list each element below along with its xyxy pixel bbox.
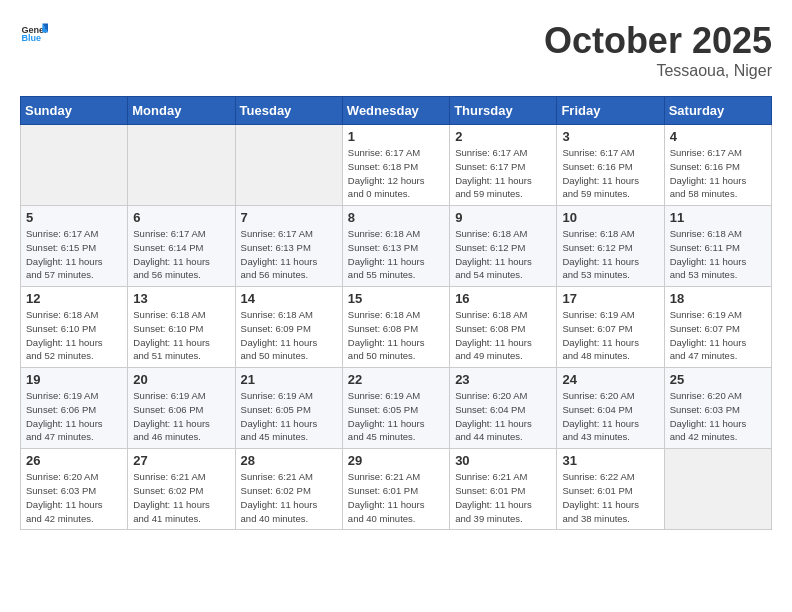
calendar-cell: 21Sunrise: 6:19 AM Sunset: 6:05 PM Dayli… — [235, 368, 342, 449]
day-number: 28 — [241, 453, 337, 468]
day-number: 6 — [133, 210, 229, 225]
day-number: 4 — [670, 129, 766, 144]
day-number: 20 — [133, 372, 229, 387]
day-info: Sunrise: 6:19 AM Sunset: 6:07 PM Dayligh… — [670, 308, 766, 363]
calendar-cell: 15Sunrise: 6:18 AM Sunset: 6:08 PM Dayli… — [342, 287, 449, 368]
logo: General Blue — [20, 20, 48, 48]
calendar-cell — [21, 125, 128, 206]
calendar-week: 12Sunrise: 6:18 AM Sunset: 6:10 PM Dayli… — [21, 287, 772, 368]
day-info: Sunrise: 6:20 AM Sunset: 6:03 PM Dayligh… — [26, 470, 122, 525]
calendar-cell — [128, 125, 235, 206]
title-block: October 2025 Tessaoua, Niger — [544, 20, 772, 80]
calendar-week: 5Sunrise: 6:17 AM Sunset: 6:15 PM Daylig… — [21, 206, 772, 287]
header-day: Sunday — [21, 97, 128, 125]
calendar-cell: 18Sunrise: 6:19 AM Sunset: 6:07 PM Dayli… — [664, 287, 771, 368]
calendar-cell: 30Sunrise: 6:21 AM Sunset: 6:01 PM Dayli… — [450, 449, 557, 530]
day-info: Sunrise: 6:18 AM Sunset: 6:12 PM Dayligh… — [455, 227, 551, 282]
calendar-cell: 17Sunrise: 6:19 AM Sunset: 6:07 PM Dayli… — [557, 287, 664, 368]
calendar-cell: 23Sunrise: 6:20 AM Sunset: 6:04 PM Dayli… — [450, 368, 557, 449]
day-info: Sunrise: 6:21 AM Sunset: 6:01 PM Dayligh… — [348, 470, 444, 525]
day-number: 17 — [562, 291, 658, 306]
page-header: General Blue October 2025 Tessaoua, Nige… — [20, 20, 772, 80]
day-info: Sunrise: 6:19 AM Sunset: 6:06 PM Dayligh… — [133, 389, 229, 444]
day-info: Sunrise: 6:21 AM Sunset: 6:02 PM Dayligh… — [133, 470, 229, 525]
day-number: 27 — [133, 453, 229, 468]
header-day: Thursday — [450, 97, 557, 125]
day-number: 31 — [562, 453, 658, 468]
calendar-week: 26Sunrise: 6:20 AM Sunset: 6:03 PM Dayli… — [21, 449, 772, 530]
calendar-table: SundayMondayTuesdayWednesdayThursdayFrid… — [20, 96, 772, 530]
day-info: Sunrise: 6:19 AM Sunset: 6:05 PM Dayligh… — [348, 389, 444, 444]
day-info: Sunrise: 6:18 AM Sunset: 6:12 PM Dayligh… — [562, 227, 658, 282]
day-info: Sunrise: 6:20 AM Sunset: 6:03 PM Dayligh… — [670, 389, 766, 444]
day-info: Sunrise: 6:17 AM Sunset: 6:16 PM Dayligh… — [562, 146, 658, 201]
day-info: Sunrise: 6:18 AM Sunset: 6:09 PM Dayligh… — [241, 308, 337, 363]
calendar-cell: 4Sunrise: 6:17 AM Sunset: 6:16 PM Daylig… — [664, 125, 771, 206]
calendar-cell — [235, 125, 342, 206]
day-number: 22 — [348, 372, 444, 387]
calendar-cell: 12Sunrise: 6:18 AM Sunset: 6:10 PM Dayli… — [21, 287, 128, 368]
day-info: Sunrise: 6:20 AM Sunset: 6:04 PM Dayligh… — [455, 389, 551, 444]
day-number: 1 — [348, 129, 444, 144]
calendar-cell: 13Sunrise: 6:18 AM Sunset: 6:10 PM Dayli… — [128, 287, 235, 368]
location: Tessaoua, Niger — [544, 62, 772, 80]
calendar-cell: 28Sunrise: 6:21 AM Sunset: 6:02 PM Dayli… — [235, 449, 342, 530]
calendar-cell: 27Sunrise: 6:21 AM Sunset: 6:02 PM Dayli… — [128, 449, 235, 530]
day-number: 3 — [562, 129, 658, 144]
day-info: Sunrise: 6:19 AM Sunset: 6:05 PM Dayligh… — [241, 389, 337, 444]
calendar-cell: 10Sunrise: 6:18 AM Sunset: 6:12 PM Dayli… — [557, 206, 664, 287]
day-number: 2 — [455, 129, 551, 144]
day-info: Sunrise: 6:20 AM Sunset: 6:04 PM Dayligh… — [562, 389, 658, 444]
calendar-cell: 3Sunrise: 6:17 AM Sunset: 6:16 PM Daylig… — [557, 125, 664, 206]
day-info: Sunrise: 6:17 AM Sunset: 6:18 PM Dayligh… — [348, 146, 444, 201]
day-number: 14 — [241, 291, 337, 306]
day-number: 18 — [670, 291, 766, 306]
day-info: Sunrise: 6:17 AM Sunset: 6:16 PM Dayligh… — [670, 146, 766, 201]
day-number: 13 — [133, 291, 229, 306]
day-info: Sunrise: 6:21 AM Sunset: 6:01 PM Dayligh… — [455, 470, 551, 525]
day-number: 30 — [455, 453, 551, 468]
calendar-cell: 1Sunrise: 6:17 AM Sunset: 6:18 PM Daylig… — [342, 125, 449, 206]
calendar-header: SundayMondayTuesdayWednesdayThursdayFrid… — [21, 97, 772, 125]
day-info: Sunrise: 6:18 AM Sunset: 6:11 PM Dayligh… — [670, 227, 766, 282]
day-info: Sunrise: 6:19 AM Sunset: 6:06 PM Dayligh… — [26, 389, 122, 444]
calendar-cell: 5Sunrise: 6:17 AM Sunset: 6:15 PM Daylig… — [21, 206, 128, 287]
day-info: Sunrise: 6:18 AM Sunset: 6:13 PM Dayligh… — [348, 227, 444, 282]
logo-icon: General Blue — [20, 20, 48, 48]
calendar-cell: 25Sunrise: 6:20 AM Sunset: 6:03 PM Dayli… — [664, 368, 771, 449]
day-info: Sunrise: 6:19 AM Sunset: 6:07 PM Dayligh… — [562, 308, 658, 363]
day-info: Sunrise: 6:18 AM Sunset: 6:10 PM Dayligh… — [26, 308, 122, 363]
day-info: Sunrise: 6:22 AM Sunset: 6:01 PM Dayligh… — [562, 470, 658, 525]
day-number: 26 — [26, 453, 122, 468]
calendar-cell: 16Sunrise: 6:18 AM Sunset: 6:08 PM Dayli… — [450, 287, 557, 368]
calendar-week: 1Sunrise: 6:17 AM Sunset: 6:18 PM Daylig… — [21, 125, 772, 206]
calendar-cell: 6Sunrise: 6:17 AM Sunset: 6:14 PM Daylig… — [128, 206, 235, 287]
calendar-cell: 31Sunrise: 6:22 AM Sunset: 6:01 PM Dayli… — [557, 449, 664, 530]
day-number: 5 — [26, 210, 122, 225]
header-day: Saturday — [664, 97, 771, 125]
day-info: Sunrise: 6:17 AM Sunset: 6:13 PM Dayligh… — [241, 227, 337, 282]
day-info: Sunrise: 6:18 AM Sunset: 6:10 PM Dayligh… — [133, 308, 229, 363]
day-info: Sunrise: 6:17 AM Sunset: 6:17 PM Dayligh… — [455, 146, 551, 201]
day-number: 9 — [455, 210, 551, 225]
calendar-cell: 7Sunrise: 6:17 AM Sunset: 6:13 PM Daylig… — [235, 206, 342, 287]
header-day: Friday — [557, 97, 664, 125]
day-info: Sunrise: 6:18 AM Sunset: 6:08 PM Dayligh… — [348, 308, 444, 363]
calendar-cell: 8Sunrise: 6:18 AM Sunset: 6:13 PM Daylig… — [342, 206, 449, 287]
day-info: Sunrise: 6:17 AM Sunset: 6:14 PM Dayligh… — [133, 227, 229, 282]
header-day: Monday — [128, 97, 235, 125]
day-info: Sunrise: 6:21 AM Sunset: 6:02 PM Dayligh… — [241, 470, 337, 525]
calendar-body: 1Sunrise: 6:17 AM Sunset: 6:18 PM Daylig… — [21, 125, 772, 530]
svg-text:Blue: Blue — [21, 33, 41, 43]
header-row: SundayMondayTuesdayWednesdayThursdayFrid… — [21, 97, 772, 125]
day-number: 21 — [241, 372, 337, 387]
day-number: 10 — [562, 210, 658, 225]
day-number: 24 — [562, 372, 658, 387]
calendar-cell: 2Sunrise: 6:17 AM Sunset: 6:17 PM Daylig… — [450, 125, 557, 206]
calendar-cell: 22Sunrise: 6:19 AM Sunset: 6:05 PM Dayli… — [342, 368, 449, 449]
calendar-cell: 20Sunrise: 6:19 AM Sunset: 6:06 PM Dayli… — [128, 368, 235, 449]
day-number: 29 — [348, 453, 444, 468]
day-number: 7 — [241, 210, 337, 225]
calendar-cell: 9Sunrise: 6:18 AM Sunset: 6:12 PM Daylig… — [450, 206, 557, 287]
day-number: 11 — [670, 210, 766, 225]
